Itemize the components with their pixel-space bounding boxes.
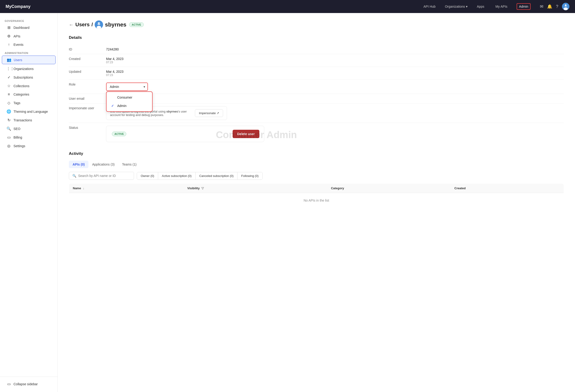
- dropdown-item-admin[interactable]: ✓ Admin: [107, 102, 152, 110]
- sidebar-item-dashboard[interactable]: ⊞ Dashboard: [2, 23, 56, 32]
- collapse-icon: ▭: [6, 382, 11, 386]
- detail-label-impersonate: Impersonate user: [69, 103, 106, 123]
- settings-icon: ◎: [6, 144, 11, 148]
- list-icon: ≡: [6, 92, 11, 96]
- nav-admin[interactable]: Admin: [517, 3, 530, 10]
- sidebar-item-collections[interactable]: ☆ Collections: [2, 82, 56, 90]
- billing-icon: ▭: [6, 135, 11, 139]
- sidebar-item-subscriptions[interactable]: ✓ Subscriptions: [2, 73, 56, 81]
- detail-label-status: Status: [69, 123, 106, 145]
- status-row: ACTIVE Delete user: [106, 126, 264, 142]
- svg-point-2: [564, 7, 568, 10]
- sidebar-item-seo[interactable]: 🔍 SEO: [2, 125, 56, 133]
- user-breadcrumb-avatar: [95, 21, 103, 29]
- col-category: Category: [327, 184, 451, 193]
- details-table: ID 7244280 Created Mar 4, 2023 07:23 Upd…: [69, 45, 564, 145]
- topnav-icons: ✉ 🔔 ?: [540, 3, 569, 10]
- governance-section-label: Governance: [0, 17, 57, 23]
- nav-api-hub[interactable]: API Hub: [422, 4, 437, 9]
- nav-organizations[interactable]: Organizations ▾: [445, 5, 468, 8]
- svg-point-3: [564, 5, 565, 6]
- main-content: ← Users / sbyrnes ACTIVE Details ID: [58, 13, 575, 392]
- filter-visibility-icon: ▽: [201, 186, 204, 190]
- users-icon: 👥: [7, 58, 11, 62]
- role-select[interactable]: Consumer Admin: [106, 83, 148, 91]
- detail-row-role: Role Consumer Admin ▾: [69, 80, 564, 94]
- sort-name-icon: ↓: [83, 186, 84, 190]
- back-button[interactable]: ←: [69, 22, 73, 27]
- filter-canceled-subscription[interactable]: Canceled subscription (0): [196, 172, 238, 180]
- help-icon[interactable]: ?: [556, 4, 558, 9]
- sidebar-item-categories[interactable]: ≡ Categories: [2, 91, 56, 98]
- message-icon[interactable]: ✉: [540, 4, 543, 9]
- status-badge: ACTIVE: [129, 22, 144, 27]
- check-icon: ✓: [6, 75, 11, 80]
- search-icon: 🔍: [6, 126, 11, 131]
- search-filter-row: 🔍 Owner (0) Active subscription (0) Canc…: [69, 172, 564, 180]
- detail-label-created: Created: [69, 54, 106, 67]
- col-name[interactable]: Name ↓: [69, 184, 184, 193]
- breadcrumb-parent: Users: [75, 22, 90, 28]
- svg-point-9: [99, 23, 100, 24]
- svg-point-4: [566, 5, 567, 6]
- sidebar-collapse-button[interactable]: ▭ Collapse sidebar: [2, 380, 56, 388]
- sidebar-item-users[interactable]: 👥 Users: [2, 56, 56, 64]
- admin-section-label: Administration: [0, 49, 57, 55]
- detail-value-created: Mar 4, 2023: [106, 57, 564, 61]
- search-input-icon: 🔍: [72, 174, 76, 178]
- tab-teams[interactable]: Teams (1): [119, 161, 140, 168]
- activity-title: Activity: [69, 151, 564, 156]
- sidebar-item-apis[interactable]: ⚙ APIs: [2, 32, 56, 40]
- sidebar-item-theming[interactable]: 🌐 Theming and Language: [2, 107, 56, 115]
- empty-message: No APIs in the list: [69, 193, 564, 208]
- activity-tabs: APIs (0) Applications (3) Teams (1): [69, 161, 564, 168]
- star-icon: ☆: [6, 84, 11, 88]
- sidebar-item-organizations[interactable]: ⋮⋮ Organizations: [2, 65, 56, 73]
- detail-row-status: Status ACTIVE Delete user: [69, 123, 564, 145]
- org-icon: ⋮⋮: [6, 67, 11, 71]
- tab-applications[interactable]: Applications (3): [88, 161, 119, 168]
- sidebar-item-settings[interactable]: ◎ Settings: [2, 142, 56, 150]
- filter-active-subscription[interactable]: Active subscription (0): [158, 172, 196, 180]
- sidebar: Governance ⊞ Dashboard ⚙ APIs ↑ Events A…: [0, 13, 58, 392]
- globe-icon: 🌐: [6, 109, 11, 114]
- sidebar-item-tags[interactable]: ◇ Tags: [2, 99, 56, 107]
- detail-value-id: 7244280: [106, 47, 119, 51]
- upload-icon: ↑: [6, 43, 11, 47]
- impersonate-button[interactable]: Impersonate ↗: [195, 109, 223, 117]
- detail-label-id: ID: [69, 45, 106, 54]
- breadcrumb-separator: /: [91, 22, 93, 28]
- status-value-badge: ACTIVE: [112, 132, 126, 136]
- filter-buttons: Owner (0) Active subscription (0) Cancel…: [137, 172, 263, 180]
- delete-user-button[interactable]: Delete user: [233, 130, 259, 138]
- role-select-wrapper: Consumer Admin ▾: [106, 83, 148, 91]
- nav-apps[interactable]: Apps: [475, 4, 486, 9]
- col-visibility[interactable]: Visibility ▽: [184, 184, 327, 193]
- api-icon: ⚙: [6, 34, 11, 38]
- search-input-wrap: 🔍: [69, 172, 134, 180]
- top-navigation: MyCompany API Hub Organizations ▾ Apps M…: [0, 0, 575, 13]
- search-input[interactable]: [78, 174, 130, 178]
- detail-label-updated: Updated: [69, 67, 106, 80]
- role-container: Consumer Admin ▾ Consumer: [106, 83, 564, 91]
- sidebar-item-events[interactable]: ↑ Events: [2, 41, 56, 48]
- detail-value-updated: Mar 4, 2023: [106, 70, 564, 73]
- nav-my-apis[interactable]: My APIs: [494, 4, 509, 9]
- brand-logo: MyCompany: [6, 4, 30, 9]
- detail-row-updated: Updated Mar 4, 2023 07:23: [69, 67, 564, 80]
- filter-following[interactable]: Following (0): [238, 172, 262, 180]
- detail-value-updated-time: 07:23: [106, 73, 564, 77]
- sidebar-item-billing[interactable]: ▭ Billing: [2, 133, 56, 141]
- sidebar-item-transactions[interactable]: ↻ Transactions: [2, 116, 56, 124]
- empty-row: No APIs in the list: [69, 193, 564, 208]
- tab-apis[interactable]: APIs (0): [69, 161, 88, 168]
- tag-icon: ◇: [6, 101, 11, 105]
- filter-owner[interactable]: Owner (0): [137, 172, 158, 180]
- refresh-icon: ↻: [6, 118, 11, 122]
- col-created: Created: [451, 184, 564, 193]
- dropdown-item-consumer[interactable]: Consumer: [107, 93, 152, 102]
- breadcrumb: ← Users / sbyrnes ACTIVE: [69, 21, 564, 29]
- role-dropdown-menu: Consumer ✓ Admin: [106, 91, 153, 112]
- user-avatar[interactable]: [562, 3, 569, 10]
- bell-icon[interactable]: 🔔: [547, 4, 552, 9]
